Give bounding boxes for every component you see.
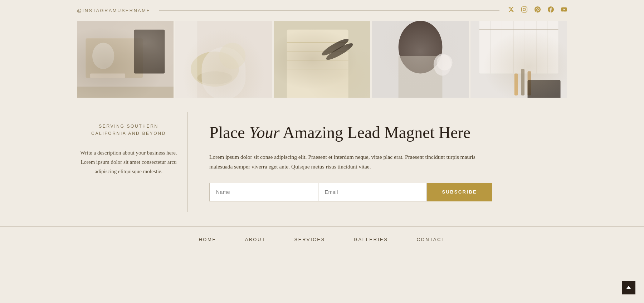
- right-content: Place Your Amazing Lead Magnet Here Lore…: [188, 112, 567, 212]
- twitter-link[interactable]: [508, 6, 514, 14]
- svg-point-23: [434, 54, 451, 75]
- nav-galleries[interactable]: GALLERIES: [354, 237, 388, 242]
- email-input[interactable]: [318, 183, 427, 201]
- svg-rect-35: [521, 69, 525, 96]
- scroll-to-top-button[interactable]: [622, 281, 635, 294]
- lead-magnet-title: Place Your Amazing Lead Magnet Here: [209, 123, 567, 142]
- instagram-photo-1[interactable]: [77, 21, 174, 98]
- subscribe-button[interactable]: SUBSCRIBE: [427, 183, 492, 201]
- svg-rect-37: [528, 80, 561, 98]
- sidebar-heading: SERVING SOUTHERN CALIFORNIA AND BEYOND: [77, 123, 180, 137]
- main-content: SERVING SOUTHERN CALIFORNIA AND BEYOND W…: [0, 112, 644, 212]
- svg-rect-25: [470, 21, 567, 98]
- youtube-link[interactable]: [561, 6, 567, 14]
- svg-rect-22: [399, 56, 443, 98]
- instagram-photo-4[interactable]: [372, 21, 469, 98]
- svg-rect-0: [77, 21, 174, 98]
- svg-rect-34: [514, 73, 518, 95]
- svg-point-19: [325, 41, 355, 62]
- social-icons-group: [508, 6, 567, 14]
- svg-point-21: [399, 21, 443, 73]
- pinterest-link[interactable]: [535, 6, 541, 14]
- svg-rect-5: [77, 87, 174, 98]
- footer: HOME ABOUT SERVICES GALLERIES CONTACT: [0, 226, 644, 249]
- left-sidebar: SERVING SOUTHERN CALIFORNIA AND BEYOND W…: [77, 112, 188, 212]
- sidebar-description: Write a description about your business …: [77, 148, 180, 176]
- svg-rect-1: [86, 38, 143, 78]
- facebook-link[interactable]: [548, 6, 554, 14]
- svg-rect-11: [175, 21, 197, 98]
- subscribe-form: SUBSCRIBE: [209, 183, 492, 201]
- nav-about[interactable]: ABOUT: [245, 237, 266, 242]
- svg-point-8: [197, 71, 232, 84]
- svg-point-4: [92, 43, 114, 69]
- footer-nav: HOME ABOUT SERVICES GALLERIES CONTACT: [77, 227, 567, 249]
- lead-magnet-description: Lorem ipsum dolor sit conse adipiscing e…: [209, 152, 485, 171]
- nav-services[interactable]: SERVICES: [294, 237, 325, 242]
- svg-rect-2: [134, 30, 165, 74]
- name-input[interactable]: [209, 183, 318, 201]
- top-bar: @INSTAGRAMUSERNAME: [0, 0, 644, 21]
- instagram-photo-2[interactable]: [175, 21, 272, 98]
- svg-point-18: [320, 36, 350, 58]
- svg-rect-20: [372, 21, 469, 98]
- svg-rect-26: [479, 21, 558, 73]
- svg-rect-9: [202, 47, 246, 98]
- nav-home[interactable]: HOME: [199, 237, 216, 242]
- svg-rect-13: [287, 30, 348, 98]
- svg-rect-36: [528, 71, 531, 96]
- instagram-photo-5[interactable]: [470, 21, 567, 98]
- svg-point-10: [219, 43, 246, 69]
- instagram-photo-3[interactable]: [274, 21, 370, 98]
- svg-rect-12: [274, 21, 370, 98]
- svg-rect-3: [90, 73, 125, 78]
- svg-rect-6: [175, 21, 272, 98]
- nav-contact[interactable]: CONTACT: [417, 237, 445, 242]
- svg-point-7: [191, 52, 239, 87]
- instagram-grid: [0, 21, 644, 98]
- svg-point-24: [436, 55, 452, 70]
- top-divider: [159, 10, 499, 11]
- instagram-link[interactable]: [521, 6, 527, 14]
- instagram-handle[interactable]: @INSTAGRAMUSERNAME: [77, 8, 150, 13]
